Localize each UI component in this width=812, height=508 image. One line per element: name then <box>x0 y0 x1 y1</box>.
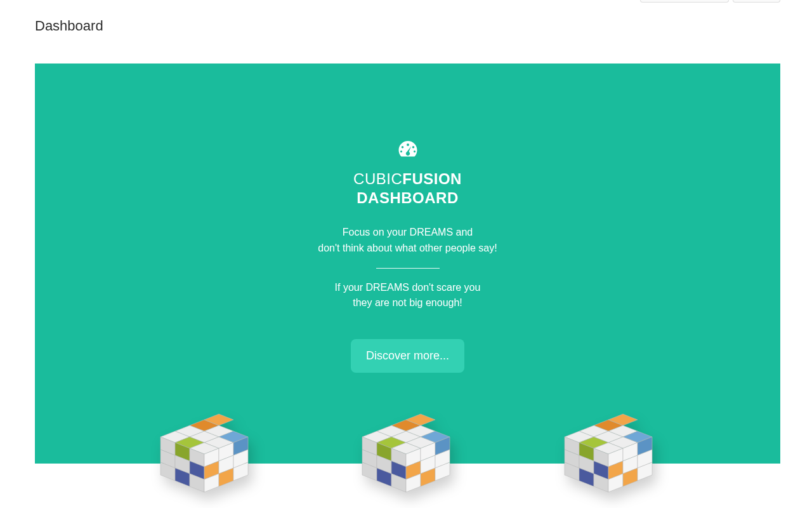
quote1-line2: don't think about what other people say! <box>35 241 780 257</box>
brand-bold-text: FUSION <box>402 170 462 187</box>
cube-illustration <box>562 405 657 500</box>
top-button-2[interactable] <box>733 0 780 3</box>
cubes-row <box>35 405 780 500</box>
top-button-group <box>640 0 780 3</box>
hero-panel: CUBICFUSION DASHBOARD Focus on your DREA… <box>35 64 780 464</box>
brand-subtitle: DASHBOARD <box>35 189 780 207</box>
quote-block-2: If your DREAMS don't scare you they are … <box>35 280 780 312</box>
top-button-1[interactable] <box>640 0 729 3</box>
divider <box>376 268 440 269</box>
quote1-line1: Focus on your DREAMS and <box>35 225 780 241</box>
dashboard-gauge-icon <box>397 140 419 161</box>
discover-more-button[interactable]: Discover more... <box>351 339 464 373</box>
hero-content: CUBICFUSION DASHBOARD Focus on your DREA… <box>35 64 780 373</box>
brand-thin-text: CUBIC <box>353 170 402 187</box>
quote2-line2: they are not big enough! <box>35 295 780 311</box>
page-title: Dashboard <box>35 18 103 34</box>
cube-illustration <box>158 405 253 500</box>
cube-illustration <box>360 405 455 500</box>
quote-block-1: Focus on your DREAMS and don't think abo… <box>35 225 780 257</box>
quote2-line1: If your DREAMS don't scare you <box>35 280 780 296</box>
brand-title: CUBICFUSION <box>35 170 780 188</box>
